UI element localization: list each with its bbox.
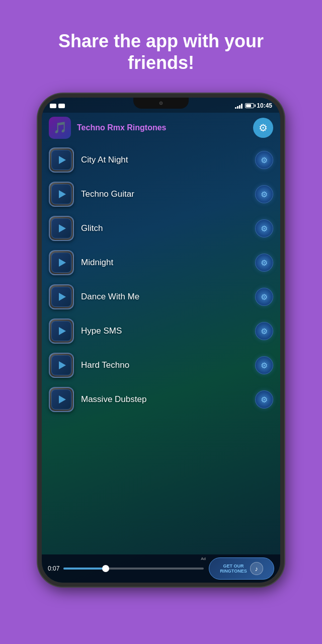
song-settings-button[interactable]: ⚙ bbox=[255, 390, 273, 409]
play-button[interactable] bbox=[49, 147, 74, 173]
song-settings-button[interactable]: ⚙ bbox=[255, 356, 273, 374]
song-item: Techno Guitar ⚙ bbox=[47, 177, 275, 211]
song-item: Hype SMS ⚙ bbox=[47, 314, 275, 348]
song-settings-button[interactable]: ⚙ bbox=[255, 219, 273, 237]
app-title: Techno Rmx Ringtones bbox=[77, 123, 253, 132]
play-button[interactable] bbox=[49, 387, 74, 412]
gear-icon-song: ⚙ bbox=[261, 258, 268, 268]
gear-icon-song: ⚙ bbox=[261, 327, 268, 336]
song-name: Hype SMS bbox=[81, 326, 255, 336]
phone-frame: 10:45 🎵 Techno Rmx Ringtones ⚙ City bbox=[38, 94, 284, 587]
player-bar: 0:07 Ad GET OURRINGTONES ♪ bbox=[42, 554, 280, 583]
song-settings-button[interactable]: ⚙ bbox=[255, 254, 273, 272]
play-button[interactable] bbox=[49, 284, 74, 309]
play-icon bbox=[59, 293, 66, 301]
play-icon bbox=[59, 190, 66, 198]
song-name: Dance With Me bbox=[81, 292, 255, 302]
ad-text: GET OURRINGTONES bbox=[220, 564, 247, 575]
song-name: Techno Guitar bbox=[81, 189, 255, 199]
song-name: Hard Techno bbox=[81, 360, 255, 370]
app-bar: 🎵 Techno Rmx Ringtones ⚙ bbox=[42, 113, 280, 143]
promo-header: Share the app with your friends! bbox=[0, 0, 322, 94]
song-settings-button[interactable]: ⚙ bbox=[255, 322, 273, 340]
player-time: 0:07 bbox=[48, 565, 59, 572]
gear-icon-song: ⚙ bbox=[261, 155, 268, 165]
play-button[interactable] bbox=[49, 250, 74, 275]
status-right: 10:45 bbox=[235, 102, 272, 109]
song-item: Hard Techno ⚙ bbox=[47, 348, 275, 382]
song-item: Massive Dubstep ⚙ bbox=[47, 382, 275, 417]
song-name: City At Night bbox=[81, 155, 255, 165]
ad-music-icon: ♪ bbox=[250, 562, 263, 575]
song-item: Glitch ⚙ bbox=[47, 211, 275, 246]
play-button[interactable] bbox=[49, 318, 74, 344]
app-icon: 🎵 bbox=[49, 117, 71, 139]
gear-icon-song: ⚙ bbox=[261, 395, 268, 405]
ad-banner[interactable]: GET OURRINGTONES ♪ bbox=[209, 557, 274, 580]
song-item: Dance With Me ⚙ bbox=[47, 280, 275, 314]
promo-text: Share the app with your friends! bbox=[30, 30, 292, 73]
song-settings-button[interactable]: ⚙ bbox=[255, 288, 273, 306]
play-button[interactable] bbox=[49, 216, 74, 241]
notch bbox=[133, 98, 189, 109]
notification-icon2 bbox=[58, 104, 65, 108]
song-name: Glitch bbox=[81, 223, 255, 233]
progress-thumb[interactable] bbox=[102, 565, 109, 572]
gear-icon-song: ⚙ bbox=[261, 361, 268, 370]
gear-icon-song: ⚙ bbox=[261, 190, 268, 199]
gear-icon-song: ⚙ bbox=[261, 224, 268, 233]
ad-label: Ad bbox=[201, 556, 206, 561]
phone-wrapper: 10:45 🎵 Techno Rmx Ringtones ⚙ City bbox=[38, 94, 284, 587]
play-icon bbox=[59, 224, 66, 232]
song-settings-button[interactable]: ⚙ bbox=[255, 185, 273, 203]
song-name: Massive Dubstep bbox=[81, 394, 255, 405]
song-item: City At Night ⚙ bbox=[47, 143, 275, 177]
camera bbox=[159, 102, 163, 105]
notification-icon1 bbox=[50, 104, 56, 108]
side-button bbox=[283, 208, 284, 236]
clock: 10:45 bbox=[257, 102, 272, 109]
play-icon bbox=[59, 395, 66, 404]
play-button[interactable] bbox=[49, 182, 74, 207]
gear-icon-song: ⚙ bbox=[261, 292, 268, 302]
phone-screen: 10:45 🎵 Techno Rmx Ringtones ⚙ City bbox=[42, 98, 280, 583]
song-settings-button[interactable]: ⚙ bbox=[255, 151, 273, 169]
play-icon bbox=[59, 259, 66, 267]
play-icon bbox=[59, 361, 66, 369]
song-item: Midnight ⚙ bbox=[47, 246, 275, 280]
play-icon bbox=[59, 327, 66, 335]
play-button[interactable] bbox=[49, 353, 74, 378]
status-left bbox=[50, 104, 65, 108]
song-name: Midnight bbox=[81, 258, 255, 268]
battery-icon bbox=[245, 103, 254, 108]
progress-bar[interactable] bbox=[63, 568, 204, 570]
gear-icon-main: ⚙ bbox=[259, 122, 268, 134]
progress-fill bbox=[63, 568, 106, 570]
signal-icon bbox=[235, 103, 243, 109]
song-list: City At Night ⚙ Techno Guitar ⚙ Glitch ⚙… bbox=[42, 143, 280, 554]
play-icon bbox=[59, 156, 66, 164]
settings-main-button[interactable]: ⚙ bbox=[253, 118, 273, 138]
